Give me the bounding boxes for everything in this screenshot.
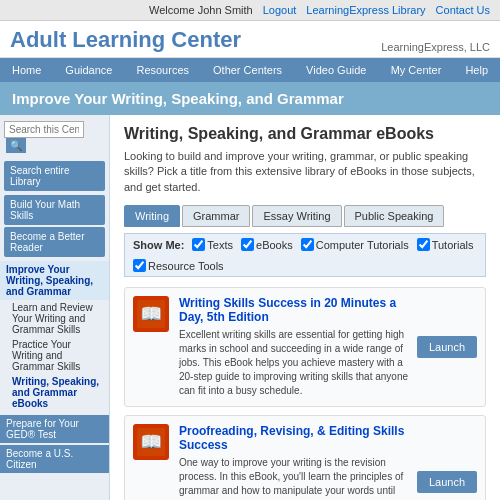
book-icon-2: 📖 (133, 424, 169, 460)
launch-btn-2[interactable]: Launch (417, 471, 477, 493)
book-desc-1: Excellent writing skills are essential f… (179, 328, 409, 398)
tab-writing[interactable]: Writing (124, 205, 180, 227)
filter-computer-tutorials[interactable]: Computer Tutorials (301, 238, 409, 251)
book-title-2[interactable]: Proofreading, Revising, & Editing Skills… (179, 424, 409, 452)
logout-link[interactable]: Logout (263, 4, 297, 16)
sidebar-build-math[interactable]: Build Your Math Skills (4, 195, 105, 225)
sidebar-citizen[interactable]: Become a U.S. Citizen (0, 445, 109, 473)
book-item-1: 📖 Writing Skills Success in 20 Minutes a… (124, 287, 486, 407)
tab-bar: Writing Grammar Essay Writing Public Spe… (124, 205, 486, 227)
tab-public-speaking[interactable]: Public Speaking (344, 205, 445, 227)
content-area: Writing, Speaking, and Grammar eBooks Lo… (110, 115, 500, 500)
nav-help[interactable]: Help (453, 58, 500, 82)
library-link[interactable]: LearningExpress Library (306, 4, 425, 16)
sidebar-ged[interactable]: Prepare for Your GED® Test (0, 415, 109, 443)
show-me-label: Show Me: (133, 239, 184, 251)
nav-guidance[interactable]: Guidance (53, 58, 124, 82)
sidebar-search-area: 🔍 (0, 115, 109, 159)
welcome-text: Welcome John Smith (149, 4, 253, 16)
sidebar-sub-practice[interactable]: Practice Your Writing and Grammar Skills (0, 337, 109, 374)
sidebar-better-reader[interactable]: Become a Better Reader (4, 227, 105, 257)
sidebar-sub-learn-review[interactable]: Learn and Review Your Writing and Gramma… (0, 300, 109, 337)
search-input[interactable] (4, 121, 84, 138)
contact-link[interactable]: Contact Us (436, 4, 490, 16)
filter-ebooks[interactable]: eBooks (241, 238, 293, 251)
filter-tutorials[interactable]: Tutorials (417, 238, 474, 251)
book-desc-2: One way to improve your writing is the r… (179, 456, 409, 500)
page-heading: Improve Your Writing, Speaking, and Gram… (0, 82, 500, 115)
content-description: Looking to build and improve your writin… (124, 149, 486, 195)
sidebar-writing-speaking[interactable]: Improve Your Writing, Speaking, and Gram… (0, 261, 109, 300)
book-icon-1: 📖 (133, 296, 169, 332)
book-info-1: Writing Skills Success in 20 Minutes a D… (179, 296, 409, 398)
book-title-1[interactable]: Writing Skills Success in 20 Minutes a D… (179, 296, 409, 324)
site-title: Adult Learning Center (10, 27, 241, 53)
main-nav: Home Guidance Resources Other Centers Vi… (0, 58, 500, 82)
brand-text: LearningExpress, LLC (381, 41, 490, 53)
tab-grammar[interactable]: Grammar (182, 205, 250, 227)
sidebar: 🔍 Search entire Library Build Your Math … (0, 115, 110, 500)
content-title: Writing, Speaking, and Grammar eBooks (124, 125, 486, 143)
book-item-2: 📖 Proofreading, Revising, & Editing Skil… (124, 415, 486, 500)
sidebar-search-entire[interactable]: Search entire Library (4, 161, 105, 191)
filter-texts[interactable]: Texts (192, 238, 233, 251)
header: Adult Learning Center LearningExpress, L… (0, 21, 500, 58)
nav-video-guide[interactable]: Video Guide (294, 58, 378, 82)
filter-resource-tools[interactable]: Resource Tools (133, 259, 224, 272)
main-layout: 🔍 Search entire Library Build Your Math … (0, 115, 500, 500)
sidebar-sub-ebooks[interactable]: Writing, Speaking, and Grammar eBooks (0, 374, 109, 411)
show-me-bar: Show Me: Texts eBooks Computer Tutorials… (124, 233, 486, 277)
top-bar: Welcome John Smith Logout LearningExpres… (0, 0, 500, 21)
tab-essay-writing[interactable]: Essay Writing (252, 205, 341, 227)
nav-resources[interactable]: Resources (124, 58, 201, 82)
nav-home[interactable]: Home (0, 58, 53, 82)
search-button[interactable]: 🔍 (6, 138, 26, 153)
nav-other-centers[interactable]: Other Centers (201, 58, 294, 82)
book-icon-inner-2: 📖 (137, 428, 165, 456)
nav-my-center[interactable]: My Center (379, 58, 454, 82)
book-info-2: Proofreading, Revising, & Editing Skills… (179, 424, 409, 500)
launch-btn-1[interactable]: Launch (417, 336, 477, 358)
book-icon-inner-1: 📖 (137, 300, 165, 328)
